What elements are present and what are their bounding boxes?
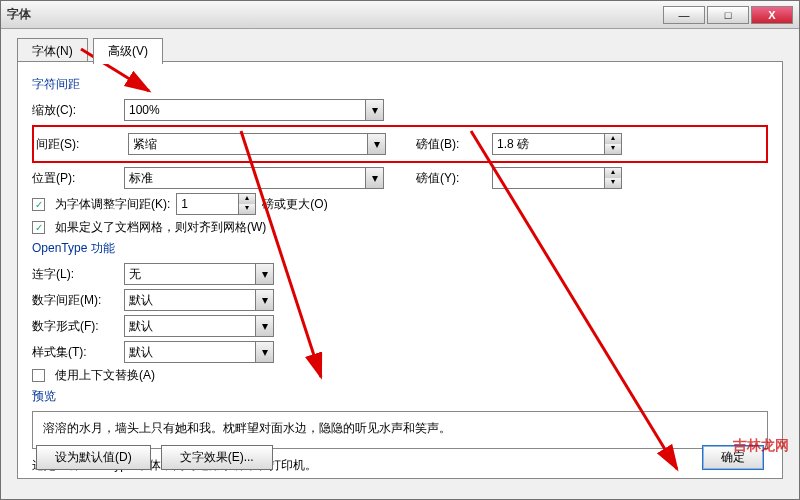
kerning-checkbox[interactable]: ✓ bbox=[32, 198, 45, 211]
label-points: 磅值(B): bbox=[416, 136, 486, 153]
ligatures-combo[interactable]: 无 ▾ bbox=[124, 263, 274, 285]
numform-combo[interactable]: 默认 ▾ bbox=[124, 315, 274, 337]
close-button[interactable]: X bbox=[751, 6, 793, 24]
dropdown-icon[interactable]: ▾ bbox=[365, 168, 383, 188]
points-value: 1.8 磅 bbox=[493, 136, 604, 153]
tab-advanced[interactable]: 高级(V) bbox=[93, 38, 163, 64]
numspacing-combo[interactable]: 默认 ▾ bbox=[124, 289, 274, 311]
snapgrid-checkbox[interactable]: ✓ bbox=[32, 221, 45, 234]
preview-text: 溶溶的水月，墙头上只有她和我。枕畔望对面水边，隐隐的听见水声和笑声。 bbox=[43, 421, 451, 435]
label-ligatures: 连字(L): bbox=[32, 266, 118, 283]
titlebar: 字体 — □ X bbox=[1, 1, 799, 29]
dropdown-icon[interactable]: ▾ bbox=[365, 100, 383, 120]
group-char-spacing: 字符间距 bbox=[32, 76, 768, 93]
group-opentype: OpenType 功能 bbox=[32, 240, 768, 257]
tab-panel-advanced: 字符间距 缩放(C): 100% ▾ 间距(S): 紧缩 ▾ 磅值(B): bbox=[17, 61, 783, 479]
font-dialog: 字体 — □ X 字体(N) 高级(V) 字符间距 缩放(C): 100% ▾ … bbox=[0, 0, 800, 500]
position-value: 标准 bbox=[125, 170, 365, 187]
spin-down-icon[interactable]: ▾ bbox=[605, 178, 621, 188]
label-kerning: 为字体调整字间距(K): bbox=[55, 196, 170, 213]
highlight-box: 间距(S): 紧缩 ▾ 磅值(B): 1.8 磅 ▴ ▾ bbox=[32, 125, 768, 163]
label-spacing: 间距(S): bbox=[36, 136, 122, 153]
numform-value: 默认 bbox=[125, 318, 255, 335]
dropdown-icon[interactable]: ▾ bbox=[255, 316, 273, 336]
window-title: 字体 bbox=[7, 6, 661, 23]
points-y-spinner[interactable]: ▴ ▾ bbox=[492, 167, 622, 189]
label-numform: 数字形式(F): bbox=[32, 318, 118, 335]
ligatures-value: 无 bbox=[125, 266, 255, 283]
label-kerning-unit: 磅或更大(O) bbox=[262, 196, 327, 213]
preview-box: 溶溶的水月，墙头上只有她和我。枕畔望对面水边，隐隐的听见水声和笑声。 bbox=[32, 411, 768, 449]
dropdown-icon[interactable]: ▾ bbox=[255, 264, 273, 284]
spin-down-icon[interactable]: ▾ bbox=[239, 204, 255, 214]
client-area: 字体(N) 高级(V) 字符间距 缩放(C): 100% ▾ 间距(S): 紧缩… bbox=[1, 29, 799, 499]
label-scale: 缩放(C): bbox=[32, 102, 118, 119]
ok-button[interactable]: 确定 bbox=[702, 445, 764, 470]
dropdown-icon[interactable]: ▾ bbox=[255, 290, 273, 310]
set-default-button[interactable]: 设为默认值(D) bbox=[36, 445, 151, 470]
dropdown-icon[interactable]: ▾ bbox=[255, 342, 273, 362]
kerning-spinner[interactable]: 1 ▴ ▾ bbox=[176, 193, 256, 215]
numspacing-value: 默认 bbox=[125, 292, 255, 309]
spin-down-icon[interactable]: ▾ bbox=[605, 144, 621, 154]
styleset-combo[interactable]: 默认 ▾ bbox=[124, 341, 274, 363]
label-contextalt: 使用上下文替换(A) bbox=[55, 367, 155, 384]
label-points-y: 磅值(Y): bbox=[416, 170, 486, 187]
maximize-button[interactable]: □ bbox=[707, 6, 749, 24]
styleset-value: 默认 bbox=[125, 344, 255, 361]
scale-combo[interactable]: 100% ▾ bbox=[124, 99, 384, 121]
minimize-button[interactable]: — bbox=[663, 6, 705, 24]
button-bar: 设为默认值(D) 文字效果(E)... 确定 bbox=[36, 445, 764, 470]
label-numspacing: 数字间距(M): bbox=[32, 292, 118, 309]
text-effects-button[interactable]: 文字效果(E)... bbox=[161, 445, 273, 470]
dropdown-icon[interactable]: ▾ bbox=[367, 134, 385, 154]
group-preview: 预览 bbox=[32, 388, 768, 405]
label-position: 位置(P): bbox=[32, 170, 118, 187]
scale-value: 100% bbox=[125, 103, 365, 117]
spacing-combo[interactable]: 紧缩 ▾ bbox=[128, 133, 386, 155]
tabstrip: 字体(N) 高级(V) bbox=[17, 37, 783, 61]
points-spinner[interactable]: 1.8 磅 ▴ ▾ bbox=[492, 133, 622, 155]
label-styleset: 样式集(T): bbox=[32, 344, 118, 361]
contextalt-checkbox[interactable] bbox=[32, 369, 45, 382]
kerning-value: 1 bbox=[177, 197, 238, 211]
position-combo[interactable]: 标准 ▾ bbox=[124, 167, 384, 189]
label-snapgrid: 如果定义了文档网格，则对齐到网格(W) bbox=[55, 219, 266, 236]
spacing-value: 紧缩 bbox=[129, 136, 367, 153]
